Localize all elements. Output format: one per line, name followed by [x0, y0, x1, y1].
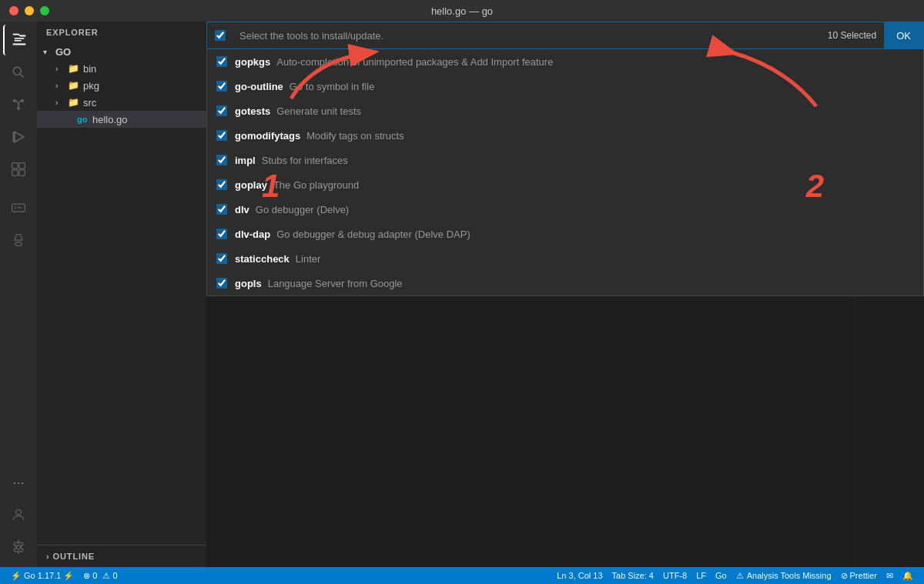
status-encoding[interactable]: UTF-8	[658, 567, 691, 584]
svg-point-2	[13, 67, 21, 75]
activity-search[interactable]	[3, 57, 34, 88]
tree-folder-bin[interactable]: › 📁 bin	[37, 60, 206, 77]
dropdown-item-gopls[interactable]: goplsLanguage Server from Google	[207, 271, 923, 295]
tools-search-input[interactable]	[233, 30, 820, 42]
folder-icon: 📁	[68, 63, 80, 74]
explorer-header: EXPLORER	[37, 22, 206, 43]
item-name-gotests: gotests	[235, 105, 270, 117]
item-name-go-outline: go-outline	[235, 81, 283, 92]
svg-point-16	[15, 242, 22, 246]
checkbox-goplay[interactable]	[216, 179, 227, 190]
ok-button[interactable]: OK	[884, 22, 923, 49]
minimize-button[interactable]	[25, 6, 34, 15]
item-name-gopls: gopls	[235, 278, 262, 289]
item-name-staticcheck: staticcheck	[235, 253, 290, 265]
checkbox-staticcheck[interactable]	[216, 253, 227, 264]
svg-line-3	[20, 74, 24, 78]
line-ending-label: LF	[696, 571, 706, 580]
item-desc-go-outline: Go to symbol in file	[290, 81, 375, 92]
svg-marker-7	[15, 132, 24, 142]
activity-bar: ···	[0, 22, 37, 567]
activity-test[interactable]	[3, 225, 34, 255]
close-button[interactable]	[9, 6, 18, 15]
error-count: 0	[92, 571, 97, 580]
chevron-right-icon: ›	[55, 98, 68, 107]
content-area: 10 Selected OK gopkgsAuto-completion of …	[206, 22, 924, 567]
svg-point-4	[13, 99, 16, 102]
item-desc-gomodifytags: Modify tags on structs	[306, 130, 403, 142]
item-name-dlv-dap: dlv-dap	[235, 229, 270, 240]
activity-account[interactable]	[3, 499, 34, 530]
dropdown-item-dlv[interactable]: dlvGo debugger (Delve)	[207, 197, 923, 222]
checkbox-gopkgs[interactable]	[216, 56, 227, 67]
selected-count-badge: 10 Selected	[820, 28, 884, 42]
select-all-checkbox[interactable]	[215, 30, 226, 41]
dropdown-item-dlv-dap[interactable]: dlv-dapGo debugger & debug adapter (Delv…	[207, 222, 923, 246]
item-name-gopkgs: gopkgs	[235, 56, 270, 68]
tools-dropdown: 10 Selected OK gopkgsAuto-completion of …	[206, 22, 924, 296]
dropdown-item-goplay[interactable]: goplayThe Go playground	[207, 172, 923, 197]
checkbox-gotests[interactable]	[216, 105, 227, 116]
svg-point-5	[21, 99, 24, 102]
status-language[interactable]: Go	[711, 567, 732, 584]
item-name-impl: impl	[235, 155, 256, 166]
analysis-tools-label: Analysis Tools Missing	[747, 571, 832, 580]
status-tab-size[interactable]: Tab Size: 4	[608, 567, 658, 584]
status-errors[interactable]: ⊗ 0 ⚠ 0	[79, 567, 122, 584]
activity-extensions[interactable]	[3, 154, 34, 185]
activity-ellipsis[interactable]: ···	[3, 467, 34, 498]
outline-section: › OUTLINE	[37, 545, 206, 567]
item-desc-dlv: Go debugger (Delve)	[256, 204, 349, 215]
window-title: hello.go — go	[431, 5, 493, 17]
checkbox-go-outline[interactable]	[216, 81, 227, 92]
tree-label-src: src	[83, 97, 96, 108]
feedback-icon: ✉	[886, 571, 893, 581]
outline-header[interactable]: › OUTLINE	[37, 549, 206, 564]
tree-folder-src[interactable]: › 📁 src	[37, 94, 206, 111]
activity-run[interactable]	[3, 122, 34, 152]
select-all-checkbox-wrapper[interactable]	[207, 30, 233, 41]
activity-settings[interactable]	[3, 532, 34, 562]
item-desc-impl: Stubs for interfaces	[262, 155, 348, 166]
tree-root-label: GO	[55, 46, 71, 58]
warning-triangle-icon: ⚠	[736, 571, 744, 581]
status-line-ending[interactable]: LF	[691, 567, 711, 584]
dropdown-item-gomodifytags[interactable]: gomodifytagsModify tags on structs	[207, 123, 923, 148]
warning-icon: ⚠	[102, 571, 110, 581]
circle-slash-icon: ⊘	[841, 571, 848, 581]
activity-files[interactable]	[3, 25, 34, 55]
dropdown-item-go-outline[interactable]: go-outlineGo to symbol in file	[207, 74, 923, 98]
input-row: 10 Selected OK	[206, 22, 924, 49]
activity-source-control[interactable]	[3, 89, 34, 120]
bell-icon: 🔔	[902, 571, 913, 581]
dropdown-item-gotests[interactable]: gotestsGenerate unit tests	[207, 98, 923, 123]
checkbox-dlv[interactable]	[216, 204, 227, 215]
status-prettier[interactable]: ⊘ Prettier	[836, 567, 882, 584]
encoding-label: UTF-8	[663, 571, 687, 580]
window-controls[interactable]	[9, 6, 49, 15]
checkbox-gopls[interactable]	[216, 278, 227, 289]
tree-folder-pkg[interactable]: › 📁 pkg	[37, 77, 206, 94]
folder-icon: 📁	[68, 80, 80, 91]
dropdown-item-impl[interactable]: implStubs for interfaces	[207, 148, 923, 172]
tree-root-go[interactable]: ▾ GO	[37, 43, 206, 60]
dropdown-item-gopkgs[interactable]: gopkgsAuto-completion of unimported pack…	[207, 49, 923, 74]
tree-file-hello[interactable]: › go hello.go	[37, 111, 206, 128]
go-file-icon: go	[77, 115, 89, 124]
dropdown-item-staticcheck[interactable]: staticcheckLinter	[207, 246, 923, 271]
tree-label-pkg: pkg	[83, 80, 99, 92]
maximize-button[interactable]	[40, 6, 49, 15]
status-bell[interactable]: 🔔	[898, 567, 918, 584]
activity-remote[interactable]	[3, 192, 34, 223]
status-go-version[interactable]: ⚡ Go 1.17.1 ⚡	[6, 567, 79, 584]
checkbox-dlv-dap[interactable]	[216, 229, 227, 239]
checkbox-impl[interactable]	[216, 155, 227, 165]
chevron-right-icon: ›	[46, 552, 50, 561]
status-feedback[interactable]: ✉	[882, 567, 898, 584]
status-analysis-tools[interactable]: ⚠ Analysis Tools Missing	[732, 567, 836, 584]
prettier-label: Prettier	[850, 571, 877, 580]
activity-bottom: ···	[3, 467, 34, 564]
checkbox-gomodifytags[interactable]	[216, 130, 227, 141]
status-ln-col[interactable]: Ln 3, Col 13	[552, 567, 607, 584]
go-version-label: Go 1.17.1	[24, 571, 61, 580]
